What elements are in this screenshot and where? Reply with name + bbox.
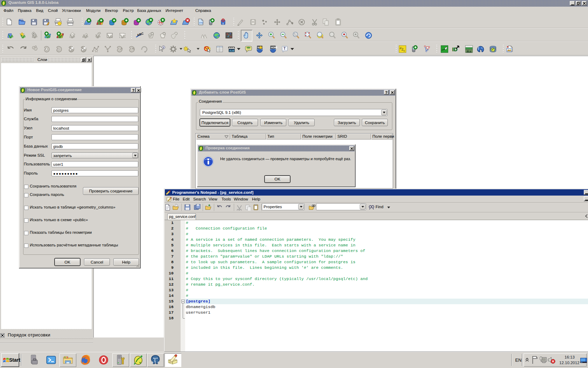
svg-text:T: T [284, 47, 286, 50]
svg-text:ABC: ABC [136, 32, 144, 37]
svg-text:2: 2 [401, 47, 404, 51]
svg-text:HOME: HOME [271, 46, 277, 49]
svg-text:i: i [163, 46, 164, 49]
svg-text:s: s [404, 49, 405, 52]
svg-text:ID: ID [452, 46, 457, 52]
